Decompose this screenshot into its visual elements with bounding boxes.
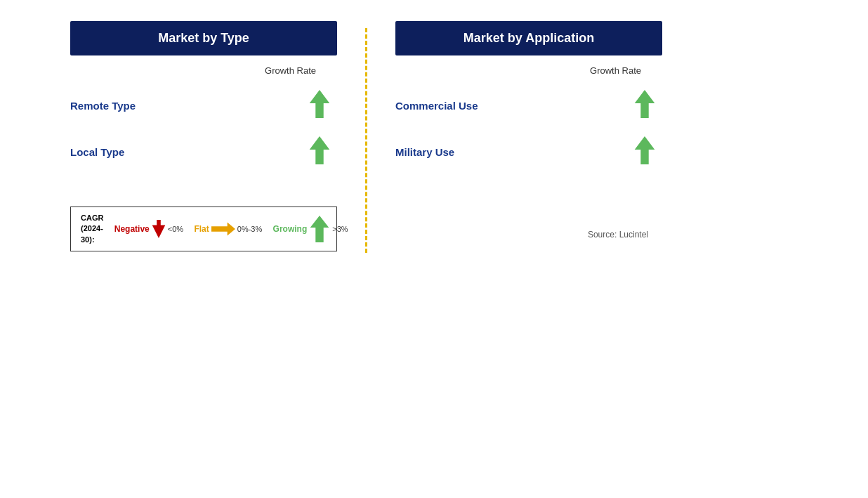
market-by-application-header: Market by Application bbox=[395, 21, 662, 55]
legend-negative: Negative <0% bbox=[114, 220, 183, 238]
right-growth-rate-label: Growth Rate bbox=[395, 65, 662, 76]
negative-label: Negative bbox=[114, 224, 150, 234]
svg-marker-1 bbox=[310, 136, 330, 164]
flat-label: Flat bbox=[194, 224, 209, 234]
market-by-application-panel: Market by Application Growth Rate Commer… bbox=[395, 21, 662, 253]
commercial-use-label: Commercial Use bbox=[395, 100, 478, 112]
negative-range: <0% bbox=[168, 225, 183, 233]
local-type-row: Local Type bbox=[70, 125, 337, 171]
military-use-row: Military Use bbox=[395, 125, 662, 171]
vertical-divider bbox=[365, 28, 367, 253]
legend-growing: Growing >3% bbox=[273, 216, 348, 242]
flat-range: 0%-3% bbox=[237, 225, 262, 233]
remote-type-arrow bbox=[309, 90, 337, 121]
left-growth-rate-label: Growth Rate bbox=[70, 65, 337, 76]
local-type-arrow bbox=[309, 136, 337, 167]
commercial-use-arrow bbox=[634, 90, 662, 121]
svg-marker-2 bbox=[152, 220, 165, 238]
svg-marker-0 bbox=[310, 90, 330, 118]
market-by-type-panel: Market by Type Growth Rate Remote Type L… bbox=[70, 21, 337, 253]
military-use-arrow bbox=[634, 136, 662, 167]
flat-arrow-icon bbox=[211, 222, 235, 236]
market-by-type-header: Market by Type bbox=[70, 21, 337, 55]
svg-marker-3 bbox=[211, 223, 235, 236]
remote-type-label: Remote Type bbox=[70, 100, 136, 112]
remote-type-row: Remote Type bbox=[70, 79, 337, 125]
local-type-label: Local Type bbox=[70, 146, 124, 158]
commercial-use-row: Commercial Use bbox=[395, 79, 662, 125]
growing-range: >3% bbox=[332, 225, 348, 233]
svg-marker-4 bbox=[310, 216, 329, 242]
growing-arrow-icon bbox=[309, 216, 330, 242]
military-use-label: Military Use bbox=[395, 146, 454, 158]
source-text: Source: Lucintel bbox=[588, 230, 648, 240]
legend-flat: Flat 0%-3% bbox=[194, 222, 262, 236]
svg-marker-5 bbox=[635, 90, 655, 118]
negative-arrow-icon bbox=[152, 220, 166, 238]
svg-marker-6 bbox=[635, 136, 655, 164]
growing-label: Growing bbox=[273, 224, 308, 234]
legend-box: CAGR (2024-30): Negative <0% Flat 0%-3% bbox=[70, 207, 337, 251]
legend-cagr-text: CAGR (2024-30): bbox=[81, 213, 103, 245]
